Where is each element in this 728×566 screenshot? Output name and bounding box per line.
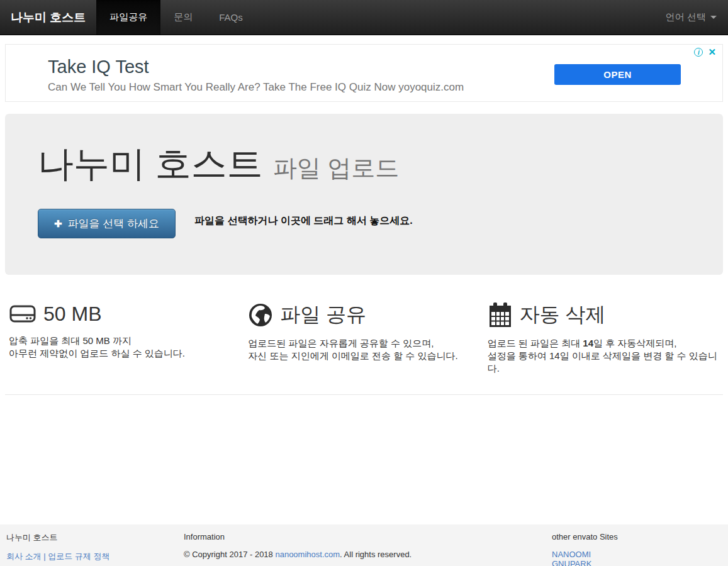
feature-max-size: 50 MB 압축 파일을 최대 50 MB 까지 아무런 제약없이 업로드 하실… — [5, 301, 244, 375]
feature-max-size-line1: 압축 파일을 최대 50 MB 까지 — [9, 335, 240, 347]
feature-max-size-head: 50 MB — [9, 301, 240, 326]
feature-auto-delete-line2: 설정을 통하여 14일 이내로 삭제일을 변경 할 수 있습니다. — [488, 350, 719, 375]
chevron-down-icon — [710, 16, 717, 19]
footer-info-column: Information © Copyright 2017 - 2018 nano… — [184, 532, 552, 566]
feature-file-share-title: 파일 공유 — [280, 301, 366, 329]
calendar-icon — [488, 302, 513, 328]
adchoices-info-icon[interactable]: i — [694, 48, 703, 57]
plus-icon: ✚ — [54, 218, 62, 230]
feature-max-size-text: 압축 파일을 최대 50 MB 까지 아무런 제약없이 업로드 하실 수 있습니… — [9, 335, 240, 360]
page-title: 나누미 호스트 파일 업로드 — [38, 144, 690, 187]
copyright-suffix: . All rights reserved. — [340, 550, 412, 559]
feature-auto-delete-line1: 업로드 된 파일은 최대 14일 후 자동삭제되며, — [488, 337, 719, 350]
footer-link-separator: | — [42, 552, 48, 561]
language-select-label: 언어 선택 — [666, 11, 706, 23]
navbar-brand[interactable]: 나누미 호스트 — [0, 0, 96, 35]
navbar-right: 언어 선택 — [654, 0, 728, 35]
footer-sites-title: other envato Sites — [552, 532, 728, 541]
globe-icon — [248, 302, 273, 328]
footer-link-upload-policy[interactable]: 업로드 규제 정책 — [48, 552, 109, 561]
footer-link-domain[interactable]: nanoomihost.com — [275, 550, 340, 559]
navbar: 나누미 호스트 파일공유 문의 FAQs 언어 선택 — [0, 0, 728, 35]
auto-delete-days-bold: 14 — [583, 338, 593, 348]
footer-brand-links: 회사 소개 | 업로드 규제 정책 — [6, 552, 184, 562]
ad-close-icon[interactable]: ✕ — [708, 48, 716, 57]
select-files-button-label: 파일을 선택 하세요 — [68, 216, 159, 231]
feature-auto-delete-text: 업로드 된 파일은 최대 14일 후 자동삭제되며, 설정을 통하여 14일 이… — [488, 337, 719, 375]
feature-file-share-text: 업로드된 파일은 자유롭게 공유할 수 있으며, 자신 또는 지인에게 이메일로… — [248, 337, 479, 362]
feature-max-size-line2: 아무런 제약없이 업로드 하실 수 있습니다. — [9, 347, 240, 360]
footer-link-about[interactable]: 회사 소개 — [6, 552, 42, 561]
feature-auto-delete-head: 자동 삭제 — [488, 301, 719, 329]
footer-sites-column: other envato Sites NANOOMI GNUPARK JSBUI… — [552, 532, 728, 566]
auto-delete-line1-suffix: 일 후 자동삭제되며, — [593, 338, 677, 348]
hero-subtitle-text: 파일 업로드 — [273, 155, 400, 181]
footer-brand-column: 나누미 호스트 회사 소개 | 업로드 규제 정책 — [0, 532, 184, 566]
nav-item-faqs[interactable]: FAQs — [206, 0, 256, 35]
upload-dropzone[interactable]: 나누미 호스트 파일 업로드 ✚ 파일을 선택 하세요 파일을 선택하거나 이곳… — [5, 114, 723, 275]
feature-file-share: 파일 공유 업로드된 파일은 자유롭게 공유할 수 있으며, 자신 또는 지인에… — [244, 301, 483, 375]
drag-drop-hint: 파일을 선택하거나 이곳에 드래그 해서 놓으세요. — [194, 214, 413, 228]
hero-title-text: 나누미 호스트 — [38, 143, 263, 184]
ad-banner[interactable]: Take IQ Test Can We Tell You How Smart Y… — [5, 44, 723, 102]
navbar-menu: 파일공유 문의 FAQs — [96, 0, 256, 35]
auto-delete-line1-prefix: 업로드 된 파일은 최대 — [488, 338, 583, 348]
select-files-button[interactable]: ✚ 파일을 선택 하세요 — [38, 209, 176, 238]
nav-item-file-share[interactable]: 파일공유 — [96, 0, 160, 35]
footer-info-title: Information — [184, 532, 552, 541]
footer-link-gnupark[interactable]: GNUPARK — [552, 559, 728, 566]
feature-file-share-line1: 업로드된 파일은 자유롭게 공유할 수 있으며, — [248, 337, 479, 350]
footer-brand-title: 나누미 호스트 — [6, 532, 184, 543]
hdd-icon — [9, 301, 36, 326]
feature-file-share-head: 파일 공유 — [248, 301, 479, 329]
ad-open-button[interactable]: OPEN — [554, 64, 681, 85]
feature-auto-delete-title: 자동 삭제 — [520, 301, 606, 329]
feature-auto-delete: 자동 삭제 업로드 된 파일은 최대 14일 후 자동삭제되며, 설정을 통하여… — [484, 301, 723, 375]
feature-max-size-title: 50 MB — [43, 302, 101, 326]
footer: 나누미 호스트 회사 소개 | 업로드 규제 정책 Information © … — [0, 524, 728, 566]
section-divider — [5, 394, 723, 395]
language-select-dropdown[interactable]: 언어 선택 — [654, 0, 728, 35]
nav-item-contact[interactable]: 문의 — [160, 0, 206, 35]
features-row: 50 MB 압축 파일을 최대 50 MB 까지 아무런 제약없이 업로드 하실… — [5, 301, 723, 375]
ad-controls: i ✕ — [694, 48, 716, 57]
upload-row: ✚ 파일을 선택 하세요 파일을 선택하거나 이곳에 드래그 해서 놓으세요. — [38, 209, 690, 238]
copyright-line: © Copyright 2017 - 2018 nanoomihost.com.… — [184, 550, 552, 559]
feature-file-share-line2: 자신 또는 지인에게 이메일로 전송 할 수 있습니다. — [248, 350, 479, 362]
footer-link-nanoomi[interactable]: NANOOMI — [552, 550, 728, 559]
copyright-prefix: © Copyright 2017 - 2018 — [184, 550, 275, 559]
